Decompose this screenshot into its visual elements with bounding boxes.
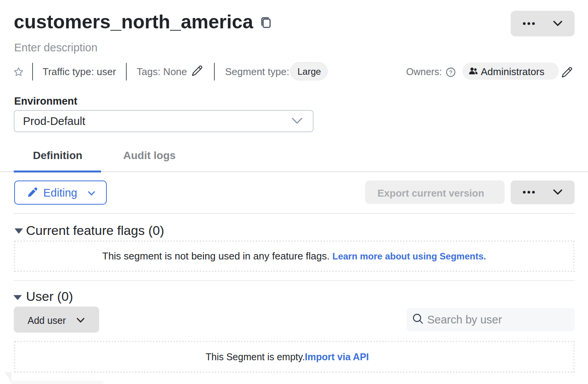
svg-text:?: ? [449,69,452,75]
